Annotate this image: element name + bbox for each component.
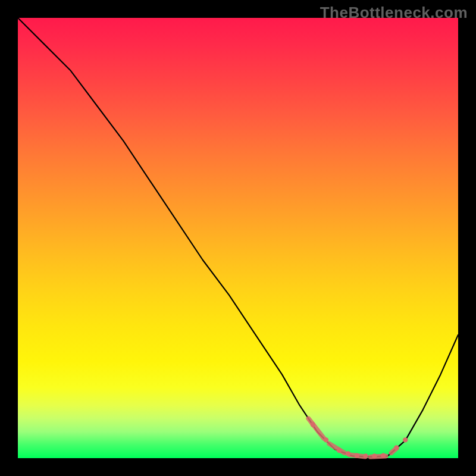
svg-line-0 [308, 418, 324, 438]
svg-point-13 [394, 445, 399, 450]
chart-frame: TheBottleneck.com [0, 0, 476, 476]
svg-point-12 [381, 453, 386, 458]
optimal-region-marker [308, 418, 396, 456]
svg-point-14 [403, 437, 408, 442]
svg-point-10 [363, 453, 368, 458]
svg-line-1 [329, 444, 345, 453]
bottleneck-curve [18, 18, 458, 457]
svg-point-5 [311, 422, 315, 427]
curve-svg-layer [18, 18, 458, 458]
plot-area [18, 18, 458, 458]
svg-point-7 [337, 448, 342, 453]
svg-point-8 [346, 451, 350, 456]
svg-point-6 [324, 437, 328, 442]
svg-point-11 [372, 453, 377, 458]
svg-point-9 [355, 453, 359, 458]
